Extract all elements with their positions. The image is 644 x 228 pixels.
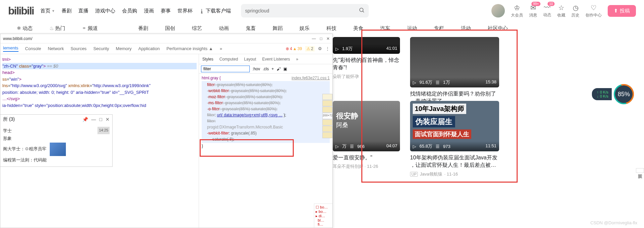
svg-line-1	[363, 11, 364, 12]
plus-icon[interactable]: +	[272, 67, 274, 71]
fan-icon: ✱	[17, 25, 21, 31]
tab-memory[interactable]: Memory	[116, 46, 132, 51]
play-icon: ▷	[335, 46, 339, 51]
nav-history[interactable]: ◷历史	[571, 4, 579, 18]
nav-worldcup[interactable]: 世界杯	[177, 8, 193, 14]
tab-styles[interactable]: Styles	[202, 57, 213, 62]
logo[interactable]: bilibili	[8, 5, 34, 17]
channel-icon: ⚭	[82, 25, 86, 31]
styles-panel: Styles Computed Layout Event Listeners »…	[199, 54, 332, 228]
devtools-url: www.bilibili.com/	[3, 36, 312, 41]
danmu-icon: ☰	[350, 144, 354, 149]
play-icon: ▷	[335, 144, 339, 149]
nav-vip[interactable]: ♔大会员	[511, 4, 523, 18]
fire-icon: ♨	[49, 25, 54, 31]
kebab-icon[interactable]: ⋮	[325, 46, 330, 51]
nav-bangumi[interactable]: 番剧	[62, 8, 72, 14]
down-arrow-icon: ↓	[597, 94, 599, 98]
close-icon[interactable]: ✕	[106, 117, 110, 122]
category-row: ✱动态 ♨热门 ⚭频道 番剧 国创 综艺 动画 鬼畜 舞蹈 娱乐 科技 美食 汽…	[0, 22, 644, 35]
top-nav: bilibili 首页▼ 番剧 直播 游戏中心 会员购 漫画 赛事 世界杯 ⭳下…	[0, 0, 644, 22]
list-item: 形象	[3, 135, 110, 142]
minimize-icon[interactable]: —	[312, 36, 316, 41]
annotation-box	[200, 139, 294, 157]
time-badge: 14:25	[97, 127, 110, 134]
cat-item[interactable]: 科技	[326, 25, 336, 32]
perf-circle: 85%	[614, 84, 634, 104]
float-title: 所 (3)	[3, 116, 15, 122]
download-icon: ⭳	[199, 8, 204, 14]
styles-content[interactable]: html.gray {index.fe63e271.css:1 filter: …	[199, 74, 332, 228]
right-nav: ♔大会员 99+✉消息 10〰动态 ☆收藏 ◷历史 ♡创作中心 ⬆投稿	[491, 4, 636, 18]
devtools-titlebar: www.bilibili.com/ — □ ✕	[0, 34, 332, 43]
more-tabs-icon[interactable]: »	[220, 46, 222, 51]
cat-dynamic[interactable]: ✱动态	[17, 25, 33, 32]
nav-create[interactable]: ♡创作中心	[586, 4, 602, 18]
cat-item[interactable]: 动画	[219, 25, 229, 32]
nav-home[interactable]: 首页▼	[40, 8, 55, 14]
search-input[interactable]	[245, 8, 359, 13]
tab-security[interactable]: Security	[93, 46, 109, 51]
svg-point-0	[360, 8, 363, 12]
star-icon: ☆	[558, 4, 564, 12]
nav-manga[interactable]: 漫画	[144, 8, 154, 14]
crown-icon: ♔	[514, 4, 520, 12]
search-icon[interactable]	[359, 7, 365, 14]
devtools-tabs: lements Console Network Sources Security…	[0, 43, 332, 54]
close-icon[interactable]: ✕	[326, 36, 330, 41]
computed-side: ☐ bo… ▸ bo… ▸ di… bl… fi…	[314, 203, 332, 228]
watermark: CSDN @Dormiveglia-flx	[590, 220, 637, 225]
tab-computed[interactable]: Computed	[219, 57, 238, 62]
feedback-label[interactable]: 新版反馈	[636, 168, 644, 173]
nav-msg[interactable]: 99+✉消息	[529, 4, 537, 18]
nav-dynamic[interactable]: 10〰动态	[543, 4, 551, 18]
list-item[interactable]: 阁大学士：⚙程序员牢	[3, 143, 110, 156]
tab-console[interactable]: Console	[25, 46, 41, 51]
more-icon[interactable]: »	[296, 57, 298, 62]
nav-fav[interactable]: ☆收藏	[557, 4, 565, 18]
tab-elements[interactable]: lements	[3, 45, 18, 52]
maximize-icon[interactable]: □	[99, 117, 102, 122]
chevron-down-icon: ▼	[51, 9, 55, 13]
nav-game[interactable]: 游戏中心	[95, 8, 115, 14]
cat-item[interactable]: 番剧	[138, 25, 148, 32]
cat-hot[interactable]: ♨热门	[49, 25, 65, 32]
nav-live[interactable]: 直播	[78, 8, 88, 14]
box-icon[interactable]: ▣	[283, 67, 287, 71]
tab-application[interactable]: Application	[138, 46, 160, 51]
gear-icon[interactable]: ⚙	[318, 46, 322, 51]
error-icon: ⊗	[286, 46, 289, 51]
search-box	[241, 4, 369, 17]
tab-listeners[interactable]: Event Listeners	[262, 57, 290, 62]
up-arrow-icon: ↑	[597, 90, 599, 94]
list-item: 编程第一法则：代码能	[3, 156, 110, 164]
minimize-icon[interactable]: —	[91, 117, 96, 122]
cat-item[interactable]: 舞蹈	[273, 25, 283, 32]
download-client[interactable]: ⭳下载客户端	[199, 8, 231, 14]
avatar[interactable]	[491, 4, 505, 17]
tab-sources[interactable]: Sources	[71, 46, 87, 51]
cat-item[interactable]: 娱乐	[299, 25, 310, 32]
bulb-icon: ♡	[591, 4, 597, 12]
nav-esports[interactable]: 赛事	[161, 8, 171, 14]
cat-item[interactable]: 国创	[165, 25, 175, 32]
thumbnail	[50, 143, 66, 156]
color-swatches: 200×72	[322, 94, 332, 139]
nav-vipbuy[interactable]: 会员购	[122, 8, 137, 14]
cat-item[interactable]: 鬼畜	[246, 25, 256, 32]
pin-icon[interactable]: 📌	[82, 117, 88, 122]
cls-toggle[interactable]: .cls	[263, 67, 269, 71]
brush-icon[interactable]: 🖌	[277, 67, 281, 71]
perf-widget[interactable]: ↑0 K/s ↓0 K/s 85%	[592, 84, 634, 104]
tab-perf-insights[interactable]: Performance insights ▲	[166, 46, 213, 51]
tab-network[interactable]: Network	[48, 46, 64, 51]
filter-input[interactable]	[201, 66, 250, 72]
cat-item[interactable]: 综艺	[192, 25, 202, 32]
warn-icon: ▲	[293, 46, 297, 51]
cat-channel[interactable]: ⚭频道	[82, 25, 98, 32]
maximize-icon[interactable]: □	[320, 36, 322, 41]
hov-toggle[interactable]: :hov	[252, 67, 260, 71]
tab-layout[interactable]: Layout	[244, 57, 256, 62]
float-window: 所 (3) 📌 — □ ✕ 14:25 学士 形象 阁大学士：⚙程序员牢 编程第…	[0, 114, 113, 167]
upload-button[interactable]: ⬆投稿	[608, 5, 636, 17]
